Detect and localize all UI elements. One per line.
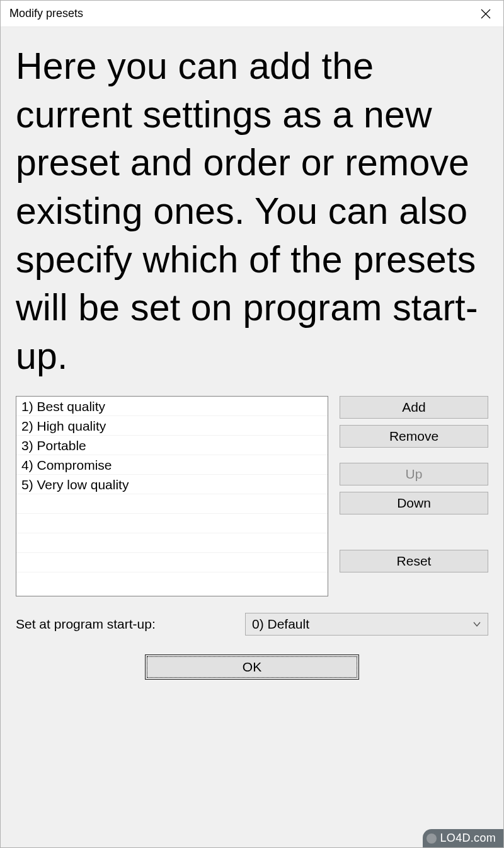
close-button[interactable]	[468, 1, 503, 27]
ok-row: OK	[16, 654, 488, 680]
add-button[interactable]: Add	[340, 396, 488, 419]
startup-label: Set at program start-up:	[16, 617, 230, 632]
window-title: Modify presets	[9, 7, 468, 20]
list-item[interactable]: 5) Very low quality	[16, 475, 328, 494]
preset-listbox[interactable]: 1) Best quality 2) High quality 3) Porta…	[16, 396, 328, 596]
chevron-down-icon	[472, 617, 481, 632]
list-item[interactable]: 4) Compromise	[16, 455, 328, 475]
close-icon	[481, 9, 491, 19]
ok-button[interactable]: OK	[145, 654, 359, 680]
list-item[interactable]: 2) High quality	[16, 416, 328, 436]
description-text: Here you can add the current settings as…	[16, 42, 488, 381]
spacer	[340, 521, 488, 550]
list-item-empty	[16, 553, 328, 572]
startup-row: Set at program start-up: 0) Default	[16, 613, 488, 636]
list-item-empty	[16, 572, 328, 592]
down-button[interactable]: Down	[340, 492, 488, 514]
list-item-empty	[16, 533, 328, 553]
list-item[interactable]: 3) Portable	[16, 436, 328, 455]
spacer	[340, 454, 488, 463]
list-item[interactable]: 1) Best quality	[16, 397, 328, 416]
startup-selected-value: 0) Default	[252, 617, 309, 632]
watermark-badge: LO4D.com	[423, 829, 503, 847]
list-item-empty	[16, 494, 328, 514]
up-button[interactable]: Up	[340, 463, 488, 485]
watermark-icon	[427, 833, 437, 844]
watermark-text: LO4D.com	[440, 832, 496, 845]
dialog-window: Modify presets Here you can add the curr…	[0, 0, 504, 848]
remove-button[interactable]: Remove	[340, 425, 488, 448]
middle-row: 1) Best quality 2) High quality 3) Porta…	[16, 396, 488, 596]
dialog-content: Here you can add the current settings as…	[1, 27, 503, 847]
titlebar: Modify presets	[1, 1, 503, 27]
startup-select[interactable]: 0) Default	[245, 613, 488, 636]
reset-button[interactable]: Reset	[340, 550, 488, 572]
button-column: Add Remove Up Down Reset	[340, 396, 488, 596]
list-item-empty	[16, 514, 328, 533]
